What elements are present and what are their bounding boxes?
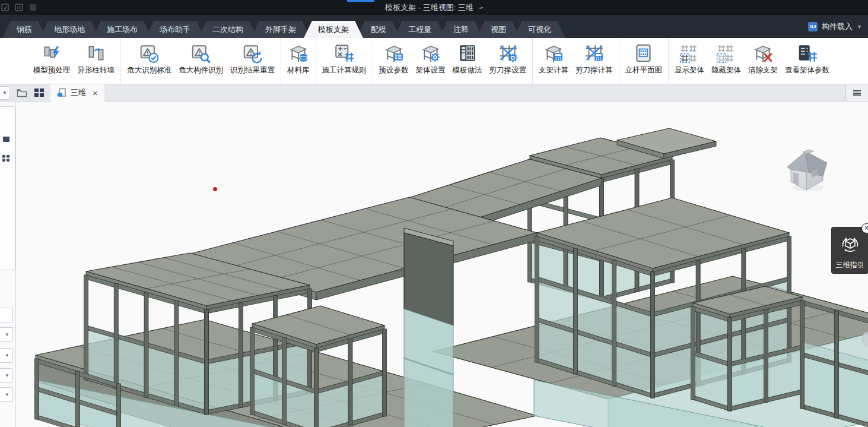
ribbon-tab-8[interactable]: 配模 <box>357 21 400 38</box>
toolbar-item-label: 显示架体 <box>675 65 704 75</box>
toolbar-item-label: 危大构件识别 <box>179 65 223 75</box>
toolbar-group-2: 危大识别标准危大构件识别识别结果重置 <box>120 38 281 84</box>
ribbon-tab-5[interactable]: 二次结构 <box>198 21 257 38</box>
left-panel-icon[interactable] <box>3 137 9 142</box>
toolbar-item-label: 模板做法 <box>453 65 482 75</box>
frame-settings-icon <box>420 43 441 64</box>
chevron-down-icon: ▼ <box>857 24 862 30</box>
model-preprocess-icon <box>41 43 62 64</box>
toolbar-item-frame-settings[interactable]: 架体设置 <box>416 43 446 84</box>
ribbon-tab-3[interactable]: 施工场布 <box>93 21 152 38</box>
toolbar-item-scissor-calc[interactable]: 剪刀撑计算 <box>576 43 613 84</box>
view-tab-label: 三维 <box>71 87 86 98</box>
toolbar-item-hazard-standard[interactable]: 危大识别标准 <box>127 43 171 84</box>
left-dropdown-2[interactable]: ▼ <box>0 327 13 342</box>
ribbon-tab-10[interactable]: 注释 <box>439 21 483 38</box>
toolbar-item-preset-params[interactable]: 预设参数 <box>379 43 409 84</box>
toolbar-item-view-params[interactable]: 查看架体参数 <box>785 43 829 84</box>
toolbar-group-8: 显示架体隐藏架体清除支架查看架体参数 <box>668 38 835 84</box>
close-guide-icon[interactable]: × <box>861 223 868 233</box>
quickbar-icon-2[interactable]: ±0 <box>15 3 24 12</box>
toolbar-item-material-lib[interactable]: 材料库 <box>287 43 310 84</box>
toolbar-item-pole-plan[interactable]: 立杆平面图 <box>625 43 663 84</box>
3d-viewport[interactable]: × 三维指引 ▼ ▼ ▼ ▼ <box>0 102 868 427</box>
preset-params-icon <box>383 43 405 64</box>
3d-model-canvas[interactable] <box>0 102 868 427</box>
model-point-marker <box>213 187 217 191</box>
view-tab-bar: ▼ 三维 × <box>0 84 868 102</box>
toolbar-item-hazard-identify[interactable]: 危大构件识别 <box>179 43 223 84</box>
toolbar-item-label: 隐藏架体 <box>711 65 741 75</box>
quickbar-icon-1[interactable] <box>1 3 10 12</box>
pole-plan-icon <box>633 43 654 64</box>
toolbar-item-column-wall[interactable]: 异形柱转墙 <box>78 43 115 84</box>
toolbar-item-model-preprocess[interactable]: 模型预处理 <box>33 43 71 84</box>
left-dropdown-5[interactable]: ▼ <box>0 387 13 402</box>
component-load-label: 构件载入 <box>822 21 853 32</box>
hide-frame-icon <box>716 43 737 64</box>
ribbon-tab-2[interactable]: 地形场地 <box>40 21 99 38</box>
viewcube-home-icon[interactable] <box>785 144 831 193</box>
toolbar-item-hazard-reset[interactable]: 识别结果重置 <box>230 43 275 84</box>
toolbar-item-label: 清除支架 <box>748 65 778 75</box>
support-calc-icon <box>543 43 564 64</box>
left-tiles-icon[interactable] <box>2 154 10 162</box>
left-panel-border <box>15 102 16 427</box>
chevron-down-icon: ▼ <box>5 373 9 378</box>
toolbar-group-1: 模型预处理异形柱转墙 <box>27 38 120 84</box>
ribbon-tab-9[interactable]: 工程量 <box>394 21 446 38</box>
material-lib-icon <box>288 43 309 64</box>
close-view-tab-icon[interactable]: × <box>93 88 98 98</box>
ribbon-toolbar: 模型预处理异形柱转墙危大识别标准危大构件识别识别结果重置材料库施工计算规则预设参… <box>0 38 868 84</box>
scissor-calc-icon <box>583 43 605 64</box>
toolbar-item-scissor-settings[interactable]: 剪刀撑设置 <box>489 43 527 84</box>
chevron-down-icon: ▼ <box>2 90 7 96</box>
toolbar-item-clear-support[interactable]: 清除支架 <box>748 43 778 84</box>
toolbar-item-label: 预设参数 <box>379 65 409 75</box>
view-combo[interactable]: ▼ <box>0 86 10 100</box>
view-doc-icon <box>57 88 66 97</box>
view-params-icon <box>797 43 818 64</box>
toolbar-item-label: 架体设置 <box>416 65 446 75</box>
folder-icon[interactable] <box>17 88 27 97</box>
chevron-down-icon: ▼ <box>5 353 9 358</box>
left-dropdown-1[interactable] <box>0 308 13 322</box>
tile-views-icon[interactable] <box>34 88 44 97</box>
view-list-menu-button[interactable] <box>845 84 868 101</box>
3d-guide-panel[interactable]: × 三维指引 <box>832 227 868 273</box>
toolbar-item-calc-rules[interactable]: 施工计算规则 <box>322 43 367 84</box>
ribbon-tab-4[interactable]: 场布助手 <box>145 21 205 38</box>
active-window-accent <box>347 0 374 2</box>
toolbar-item-label: 支架计算 <box>539 65 568 75</box>
ribbon-tab-12[interactable]: 可视化 <box>514 21 565 38</box>
ribbon-tab-7[interactable]: 模板支架 <box>304 21 363 38</box>
ribbon-tab-6[interactable]: 外脚手架 <box>251 21 310 38</box>
ribbon-tab-bar: 钢筋地形场地施工场布场布助手二次结构外脚手架模板支架配模工程量注释视图可视化 G… <box>0 15 868 38</box>
toolbar-item-label: 立杆平面图 <box>625 65 663 75</box>
toolbar-item-label: 识别结果重置 <box>230 65 275 75</box>
component-load-button[interactable]: GJ 构件载入 ▼ <box>808 15 862 38</box>
title-bar: ±0 模板支架 - 三维视图: 三维▴▾ <box>0 0 868 15</box>
app-window: ±0 模板支架 - 三维视图: 三维▴▾ 钢筋地形场地施工场布场布助手二次结构外… <box>0 0 868 427</box>
toolbar-item-hide-frame[interactable]: 隐藏架体 <box>711 43 741 84</box>
chevron-down-icon: ▼ <box>5 332 9 337</box>
toolbar-item-label: 施工计算规则 <box>322 65 367 75</box>
chevron-down-icon: ▼ <box>5 392 9 397</box>
left-dropdown-3[interactable]: ▼ <box>0 348 13 363</box>
toolbar-item-label: 查看架体参数 <box>785 65 829 75</box>
ribbon-tab-1[interactable]: 钢筋 <box>2 21 46 38</box>
toolbar-item-show-frame[interactable]: 显示架体 <box>675 43 704 84</box>
ribbon-tab-11[interactable]: 视图 <box>476 21 520 38</box>
toolbar-group-4: 施工计算规则 <box>316 38 373 84</box>
show-frame-icon <box>679 43 700 64</box>
quickbar-icon-3[interactable] <box>28 3 37 12</box>
left-dropdown-4[interactable]: ▼ <box>0 368 13 383</box>
toolbar-item-formwork-method[interactable]: 模板做法 <box>453 43 482 84</box>
toolbar-group-3: 材料库 <box>281 38 316 84</box>
toolbar-item-support-calc[interactable]: 支架计算 <box>539 43 568 84</box>
guide-panel-label: 三维指引 <box>832 260 868 270</box>
toolbar-item-label: 异形柱转墙 <box>78 65 115 75</box>
view-tab-3d[interactable]: 三维 × <box>50 84 104 102</box>
toolbar-item-label: 材料库 <box>287 65 310 75</box>
toolbar-group-6: 支架计算剪刀撑计算 <box>532 38 619 84</box>
